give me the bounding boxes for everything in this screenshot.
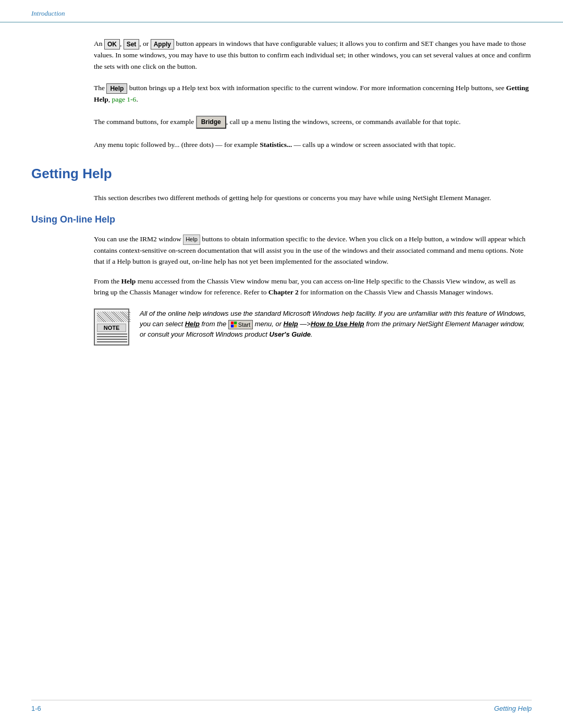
note-box: NOTE All of the online help windows use …: [94, 309, 532, 346]
footer-section-title: Getting Help: [494, 705, 532, 712]
main-content: An OK, Set, or Apply button appears in w…: [0, 22, 563, 387]
help-button-example[interactable]: Help: [106, 83, 127, 94]
note-text: All of the online help windows use the s…: [140, 309, 532, 340]
start-label: Start: [238, 320, 250, 329]
getting-help-heading: Getting Help: [31, 166, 532, 182]
irm2-help-button[interactable]: Help: [183, 235, 200, 245]
para-ok-set-apply: An OK, Set, or Apply button appears in w…: [94, 38, 532, 72]
page-container: Introduction An OK, Set, or Apply button…: [0, 0, 563, 728]
header-title: Introduction: [31, 9, 65, 18]
page-header: Introduction: [0, 0, 563, 22]
para-statistics: Any menu topic followed by... (three dot…: [94, 139, 532, 151]
footer-page-number: 1-6: [31, 705, 41, 712]
ok-button[interactable]: OK: [104, 39, 120, 50]
getting-help-section: Getting Help This section describes two …: [31, 166, 532, 346]
chassis-para: From the Help menu accessed from the Cha…: [94, 276, 532, 298]
note-line-1: [97, 334, 127, 335]
para2: The Help button brings up a Help text bo…: [94, 82, 532, 105]
online-help-content: You can use the IRM2 window Help buttons…: [94, 233, 532, 346]
svg-rect-0: [231, 322, 234, 324]
set-button[interactable]: Set: [124, 39, 140, 50]
bridge-button-example[interactable]: Bridge: [196, 116, 226, 129]
getting-help-intro: This section describes two different met…: [94, 192, 532, 204]
note-lines: [97, 334, 126, 342]
note-icon: NOTE: [94, 309, 131, 346]
getting-help-intro-para: This section describes two different met…: [94, 192, 532, 204]
page-link[interactable]: page 1-6: [112, 95, 137, 103]
svg-rect-3: [234, 325, 237, 327]
page-footer: 1-6 Getting Help: [31, 700, 532, 712]
svg-rect-1: [234, 322, 237, 324]
para4: Any menu topic followed by... (three dot…: [94, 139, 532, 151]
note-line-2: [97, 336, 127, 337]
para3: The command buttons, for example Bridge,…: [94, 116, 532, 129]
note-icon-inner: NOTE: [94, 309, 129, 346]
svg-rect-2: [231, 325, 234, 327]
note-line-3: [97, 339, 127, 340]
note-dotted-pattern: [97, 312, 130, 322]
para-bridge-button: The command buttons, for example Bridge,…: [94, 116, 532, 129]
note-label: NOTE: [97, 324, 126, 332]
using-online-help-heading: Using On-line Help: [31, 214, 532, 225]
intro-section: An OK, Set, or Apply button appears in w…: [31, 38, 532, 150]
para1: An OK, Set, or Apply button appears in w…: [94, 38, 532, 72]
para-help-button: The Help button brings up a Help text bo…: [94, 82, 532, 105]
apply-button[interactable]: Apply: [151, 39, 174, 50]
start-icon: [231, 322, 237, 328]
note-line-4: [97, 341, 127, 342]
irm2-para: You can use the IRM2 window Help buttons…: [94, 233, 532, 267]
